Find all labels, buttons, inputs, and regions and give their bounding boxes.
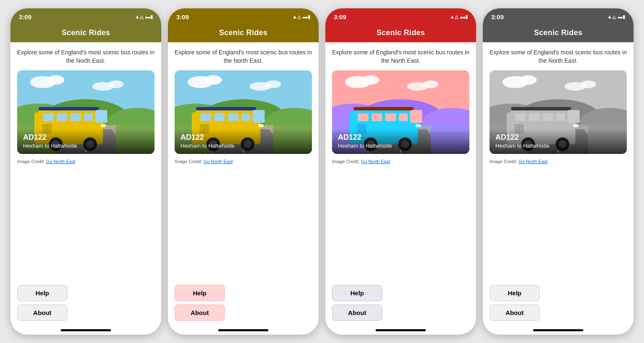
- description-text: Explore some of England's most scenic bu…: [489, 48, 627, 65]
- battery-icon: ▮: [303, 14, 310, 20]
- svg-rect-50: [228, 113, 239, 121]
- svg-rect-112: [568, 110, 580, 123]
- home-bar: [61, 329, 111, 331]
- home-indicator: [10, 329, 161, 335]
- status-time: 3:09: [19, 13, 31, 20]
- image-credit-link[interactable]: Go North East: [361, 159, 390, 164]
- svg-rect-18: [43, 113, 54, 121]
- home-indicator: [168, 329, 319, 335]
- status-icons: △ ▮: [292, 14, 310, 20]
- home-indicator: [325, 329, 476, 335]
- bus-card: AD122 Hexham to Haltwhistle: [17, 70, 155, 154]
- description-text: Explore some of England's most scenic bu…: [17, 48, 155, 65]
- image-credit: Image Credit: Go North East: [332, 159, 469, 164]
- wifi-icon: △: [135, 14, 143, 20]
- home-bar: [533, 329, 583, 331]
- status-bar: 3:09 △ ▮: [10, 8, 161, 23]
- home-indicator: [483, 329, 634, 335]
- phone-dark-yellow: 3:09 △ ▮ Scenic RidesExplore some of Eng…: [168, 8, 319, 335]
- svg-rect-17: [39, 107, 99, 110]
- svg-rect-79: [371, 113, 382, 121]
- phone-olive: 3:09 △ ▮ Scenic RidesExplore some of Eng…: [10, 8, 161, 335]
- svg-rect-107: [511, 107, 571, 110]
- phone-gray: 3:09 △ ▮ Scenic RidesExplore some of Eng…: [483, 8, 634, 335]
- image-credit-link[interactable]: Go North East: [46, 159, 75, 164]
- svg-point-2: [47, 75, 64, 84]
- svg-point-92: [520, 75, 537, 84]
- app-content: Explore some of England's most scenic bu…: [483, 42, 634, 281]
- route-id: AD122: [180, 133, 306, 142]
- status-icons: △ ▮: [607, 14, 625, 20]
- image-credit: Image Credit: Go North East: [17, 159, 155, 164]
- battery-icon: ▮: [460, 14, 468, 20]
- svg-rect-109: [529, 113, 540, 121]
- app-content: Explore some of England's most scenic bu…: [168, 42, 319, 281]
- route-id: AD122: [338, 133, 464, 142]
- description-text: Explore some of England's most scenic bu…: [175, 48, 312, 65]
- bus-card: AD122 Hexham to Haltwhistle: [332, 70, 469, 154]
- svg-rect-81: [399, 113, 408, 121]
- app-header: Scenic Rides: [168, 23, 319, 42]
- about-button[interactable]: About: [175, 305, 225, 321]
- svg-rect-20: [70, 113, 81, 121]
- help-button[interactable]: Help: [17, 285, 67, 301]
- svg-rect-108: [515, 113, 526, 121]
- about-button[interactable]: About: [332, 305, 382, 321]
- help-button[interactable]: Help: [332, 285, 382, 301]
- bus-card: AD122 Hexham to Haltwhistle: [175, 70, 312, 154]
- about-button[interactable]: About: [17, 305, 67, 321]
- phone-red: 3:09 △ ▮ Scenic RidesExplore some of Eng…: [325, 8, 476, 335]
- status-bar: 3:09 △ ▮: [483, 8, 634, 23]
- status-time: 3:09: [491, 13, 504, 20]
- status-time: 3:09: [334, 13, 346, 20]
- wifi-icon: △: [292, 14, 301, 20]
- route-id: AD122: [23, 133, 149, 142]
- home-bar: [218, 329, 268, 331]
- app-content: Explore some of England's most scenic bu…: [10, 42, 161, 281]
- svg-point-34: [265, 80, 281, 88]
- description-text: Explore some of England's most scenic bu…: [332, 48, 469, 65]
- battery-icon: ▮: [618, 14, 625, 20]
- status-time: 3:09: [176, 13, 189, 20]
- route-name: Hexham to Haltwhistle: [23, 143, 149, 149]
- status-icons: △ ▮: [135, 14, 153, 20]
- svg-rect-51: [242, 113, 250, 121]
- card-overlay: AD122 Hexham to Haltwhistle: [332, 129, 469, 154]
- image-credit-link[interactable]: Go North East: [518, 159, 548, 164]
- svg-rect-83: [416, 124, 421, 127]
- bottom-buttons: HelpAbout: [10, 281, 161, 329]
- svg-rect-53: [258, 124, 263, 127]
- help-button[interactable]: Help: [175, 285, 225, 301]
- svg-rect-23: [101, 124, 106, 127]
- svg-point-64: [423, 80, 438, 88]
- image-credit-link[interactable]: Go North East: [204, 159, 233, 164]
- svg-rect-48: [201, 113, 211, 121]
- svg-rect-113: [573, 124, 578, 127]
- app-title: Scenic Rides: [62, 28, 110, 37]
- help-button[interactable]: Help: [489, 285, 540, 301]
- svg-rect-78: [358, 113, 369, 121]
- card-overlay: AD122 Hexham to Haltwhistle: [17, 129, 155, 154]
- wifi-icon: △: [607, 14, 616, 20]
- svg-rect-22: [95, 110, 108, 123]
- app-header: Scenic Rides: [483, 23, 634, 42]
- app-title: Scenic Rides: [534, 28, 582, 37]
- image-credit: Image Credit: Go North East: [175, 159, 312, 164]
- home-bar: [376, 329, 426, 331]
- svg-rect-47: [196, 107, 256, 110]
- about-button[interactable]: About: [489, 305, 540, 321]
- svg-point-4: [108, 80, 124, 88]
- status-icons: △ ▮: [450, 14, 468, 20]
- svg-rect-77: [353, 107, 414, 110]
- route-name: Hexham to Haltwhistle: [180, 143, 306, 149]
- svg-rect-19: [57, 113, 67, 121]
- svg-rect-52: [253, 110, 265, 123]
- bottom-buttons: HelpAbout: [483, 281, 634, 329]
- status-bar: 3:09 △ ▮: [168, 8, 319, 23]
- card-overlay: AD122 Hexham to Haltwhistle: [175, 129, 312, 154]
- svg-rect-49: [214, 113, 225, 121]
- bus-card: AD122 Hexham to Haltwhistle: [489, 70, 627, 154]
- route-name: Hexham to Haltwhistle: [338, 143, 464, 149]
- card-overlay: AD122 Hexham to Haltwhistle: [489, 129, 627, 154]
- route-id: AD122: [495, 133, 621, 142]
